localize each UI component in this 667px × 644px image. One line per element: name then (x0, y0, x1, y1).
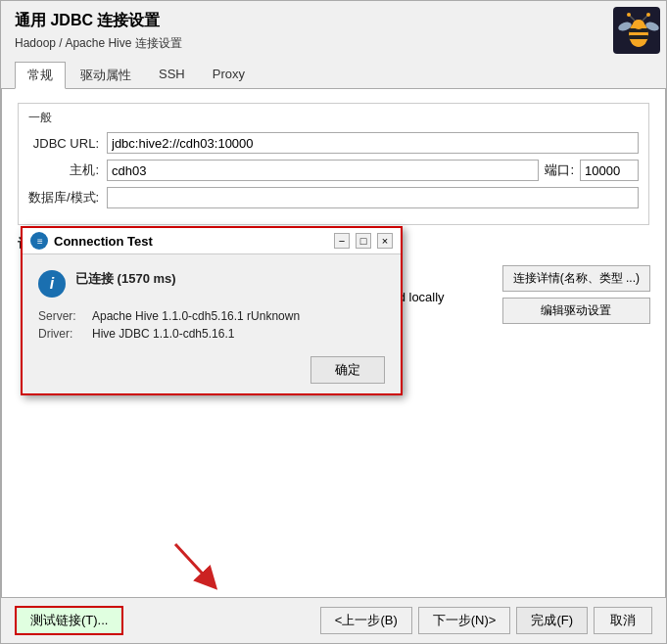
connection-test-dialog: ≡ Connection Test − □ × i (21, 226, 403, 395)
dialog-title-controls: − □ × (334, 233, 393, 249)
arrow-container (166, 534, 224, 596)
dialog-close-button[interactable]: × (377, 233, 393, 249)
driver-row: Driver: Hive JDBC 1.1.0-cdh5.16.1 (38, 327, 385, 341)
dialog-ok-button[interactable]: 确定 (310, 356, 385, 384)
dialog-title-icon: ≡ (30, 232, 48, 250)
svg-line-13 (175, 544, 210, 581)
server-label: Server: (38, 309, 92, 323)
driver-value: Hive JDBC 1.1.0-cdh5.16.1 (92, 327, 234, 341)
arrow-icon (166, 534, 224, 593)
connected-text: 已连接 (1570 ms) (75, 270, 176, 288)
dialog-body: i 已连接 (1570 ms) Server: Apache Hive 1.1.… (23, 254, 401, 356)
main-window: 通用 JDBC 连接设置 Hadoop / Apache Hive (0, 0, 667, 644)
dialog-overlay: ≡ Connection Test − □ × i (1, 1, 666, 643)
dialog-details: Server: Apache Hive 1.1.0-cdh5.16.1 rUnk… (38, 309, 385, 341)
server-row: Server: Apache Hive 1.1.0-cdh5.16.1 rUnk… (38, 309, 385, 323)
dialog-footer: 确定 (23, 356, 401, 393)
dialog-title-left: ≡ Connection Test (30, 232, 153, 250)
dialog-info-row: i 已连接 (1570 ms) (38, 270, 385, 298)
dialog-minimize-button[interactable]: − (334, 233, 350, 249)
dialog-title-text: Connection Test (54, 234, 153, 249)
dialog-restore-button[interactable]: □ (356, 233, 371, 249)
info-icon: i (38, 270, 66, 298)
svg-text:≡: ≡ (37, 236, 43, 247)
driver-label: Driver: (38, 327, 92, 341)
server-value: Apache Hive 1.1.0-cdh5.16.1 rUnknown (92, 309, 300, 323)
dialog-titlebar: ≡ Connection Test − □ × (23, 228, 401, 254)
